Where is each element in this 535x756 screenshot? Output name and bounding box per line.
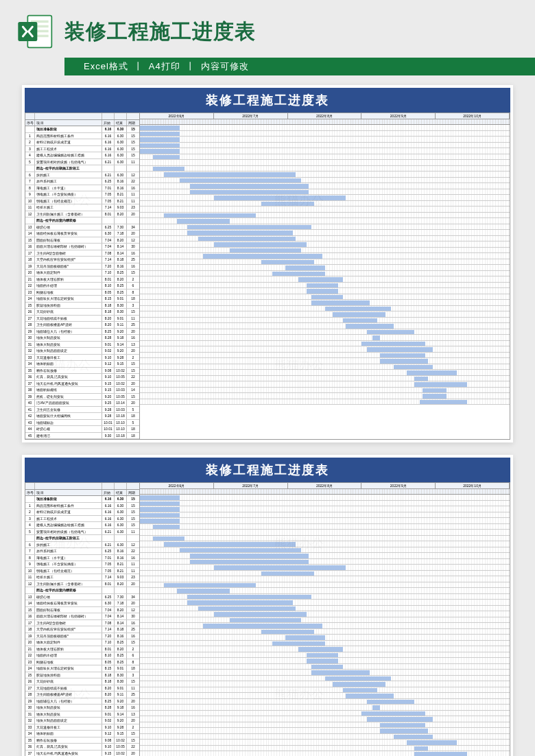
task-row: 西边--拉字的后室内精装修 [25, 217, 139, 224]
task-row: 23刚侧石地板8.058.258 [25, 290, 139, 296]
gantt-bar [187, 600, 293, 605]
task-row: 25胶就地块涂料面8.188.303 [25, 672, 139, 679]
task-row: 19天花吊顶面板砌面板*7.208.1616 [25, 263, 139, 270]
gantt-row [140, 559, 510, 565]
gantt-bar [394, 365, 433, 370]
sheet-title: 装修工程施工进度表 [25, 88, 510, 113]
gantt-bar [311, 295, 343, 300]
gantt-row [140, 206, 510, 213]
gantt-row [140, 213, 510, 219]
gantt-row [140, 588, 510, 594]
gantt-bar [180, 178, 301, 183]
gantt-bar [414, 752, 467, 756]
task-row: 15固面好制石薄板7.048.2012 [25, 237, 139, 244]
gantt-bar [367, 700, 414, 705]
task-row: 12卫生间防漏水施工（含泰瓷砖）8.018.2020 [25, 581, 139, 588]
gantt-bar [380, 723, 425, 728]
gantt-row [140, 323, 510, 329]
gantt-row [140, 300, 510, 306]
gantt-row [140, 335, 510, 341]
gantt-bar [414, 377, 427, 381]
gantt-row [140, 236, 510, 242]
gantt-bar [140, 132, 180, 137]
gantt-row [140, 346, 510, 353]
gantt-bar [140, 501, 180, 506]
gantt-row [140, 629, 510, 635]
gantt-bar [343, 688, 377, 693]
gantt-bar [394, 735, 433, 740]
gantt-bar [380, 729, 427, 733]
task-row: 36灯具，厨具,洁具安装9.1010.0522 [25, 744, 139, 751]
task-row: 2材料订购或开设成渠道6.166.3015 [25, 509, 139, 516]
task-row: 6拆的施工6.216.3012 [25, 542, 139, 549]
gantt-row [140, 734, 510, 740]
gantt-row [140, 495, 510, 501]
gantt-bar [414, 746, 427, 751]
page-header: 装修工程施工进度表 [0, 0, 535, 55]
gantt-row [140, 125, 510, 131]
gantt-row [140, 594, 510, 600]
gantt-row [140, 705, 510, 711]
task-row: 25胶就地块涂料面8.188.303 [25, 303, 139, 309]
task-row: 西边--拉字的后室内精装修 [25, 587, 139, 594]
task-row: 4建模人员边编编施边绘施工措施6.166.3015 [25, 522, 139, 529]
gantt-bar [153, 167, 185, 172]
task-row: 30地块大制品安装8.289.1816 [25, 335, 139, 342]
gantt-bar [140, 149, 180, 154]
task-row: 34墙体粘贴面9.129.1515 [25, 361, 139, 368]
gantt-bar [298, 277, 343, 282]
gantt-row [140, 230, 510, 236]
gantt-row [140, 131, 510, 137]
task-row: 4建模人员边编编施边绘施工措施6.166.3015 [25, 152, 139, 159]
gantt-bar [214, 612, 307, 617]
task-row: 5安置项目相对的设施（包括电气）6.216.3011 [25, 159, 139, 166]
gantt-row [140, 160, 510, 166]
task-row: 39然机，硬化剂安装9.2010.0515 [25, 394, 139, 401]
gantt-bar [177, 219, 230, 224]
gantt-bar [307, 283, 338, 288]
gantt-bar [361, 342, 425, 346]
month-header: 2022年7月 [214, 113, 288, 119]
gantt-bar [140, 507, 180, 512]
task-row: 24地面装长大理石定砖安装8.159.0118 [25, 665, 139, 672]
gantt-row [140, 711, 510, 717]
gantt-bar [423, 394, 447, 399]
gantt-row [140, 676, 510, 682]
gantt-row [140, 606, 510, 612]
gantt-row [140, 664, 510, 670]
gantt-bar [333, 682, 385, 687]
gantt-bar [298, 647, 343, 652]
task-row: 6拆的施工6.216.3012 [25, 172, 139, 179]
gantt-row [140, 635, 510, 641]
task-row: 30地块大制品安装8.289.1816 [25, 705, 139, 711]
gantt-bar [140, 126, 180, 130]
gantt-bar [214, 242, 307, 247]
gantt-row [140, 541, 510, 547]
gantt-bar [198, 237, 296, 241]
gantt-bar [164, 583, 257, 588]
gantt-bar [361, 711, 425, 716]
task-row: 27天花地面纸或不贴板8.209.0111 [25, 685, 139, 692]
gantt-bar [420, 400, 467, 405]
gantt-row [140, 547, 510, 554]
gantt-row [140, 600, 510, 606]
gantt-row [140, 306, 510, 312]
task-row: 44砖切心规10.0110.1018 [25, 426, 139, 433]
task-row: 41卫生间五金装修9.2810.035 [25, 407, 139, 414]
gantt-row [140, 524, 510, 530]
task-row: 7原件系列施工6.258.1622 [25, 178, 139, 185]
gantt-bar [272, 272, 325, 276]
gantt-row [140, 699, 510, 705]
month-header: 2022年9月 [361, 483, 436, 488]
task-row: 35精作石装放修9.0810.0215 [25, 737, 139, 744]
task-row: 22地面的水处理8.108.256 [25, 283, 139, 290]
gantt-row [140, 318, 510, 324]
task-row: 37地天石外机.均风道通头安装9.1510.0220 [25, 381, 139, 388]
gantt-row [140, 693, 510, 699]
gantt-bar [153, 155, 180, 160]
gantt-row [140, 681, 510, 687]
sheet-title: 装修工程施工进度表 [25, 458, 510, 482]
task-row: 11给排水施工7.149.0323 [25, 574, 139, 581]
gantt-row [140, 393, 510, 399]
gantt-bar [285, 265, 325, 270]
